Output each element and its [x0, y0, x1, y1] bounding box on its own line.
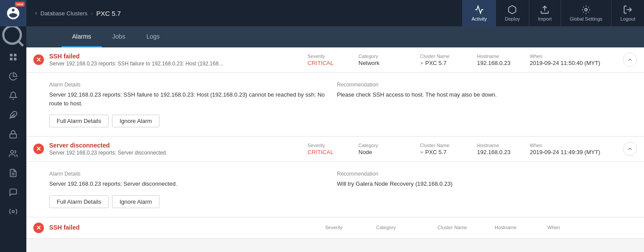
full-alarm-details-btn-2[interactable]: Full Alarm Details — [49, 195, 109, 208]
alarm-actions-2: Full Alarm Details Ignore Alarm — [49, 195, 618, 208]
alarm-meta-cluster-3: Cluster Name — [431, 225, 488, 231]
alarm-title-1: SSH failed — [49, 53, 308, 60]
topbar-action-import[interactable]: Import — [529, 0, 561, 26]
sidebar-item-chat[interactable] — [0, 183, 26, 202]
svg-rect-2 — [10, 54, 13, 57]
alarm-meta-when-2: When 2019-09-24 11:49:39 (MYT) — [523, 143, 619, 155]
alarm-meta-3: Severity Category Cluster Name Hostname … — [325, 225, 637, 231]
ignore-alarm-btn-2[interactable]: Ignore Alarm — [112, 195, 159, 208]
alarm-details-grid-2: Alarm Details Server 192.168.0.23 report… — [49, 171, 618, 188]
alarm-meta-severity-3: Severity — [325, 225, 369, 231]
alarm-meta-when-3: When — [540, 225, 637, 231]
alarm-recommendation-section-2: Recommendation Will try Galera Node Reco… — [337, 171, 618, 188]
cluster-label-3: Cluster Name — [438, 225, 484, 230]
sidebar-item-charts[interactable] — [0, 67, 26, 86]
alarm-desc-2: Server 192.168.0.23 reports: Server disc… — [49, 150, 225, 156]
alarm-title-area-3: SSH failed — [49, 224, 325, 232]
alarm-title-3: SSH failed — [49, 224, 325, 231]
category-value-2: Node — [358, 149, 409, 155]
topbar-logout-label: Logout — [620, 16, 635, 22]
sidebar-item-more[interactable] — [0, 202, 26, 221]
breadcrumb-back-label: Database Clusters — [40, 10, 87, 17]
severity-label-3: Severity — [325, 225, 365, 230]
recommendation-title-2: Recommendation — [337, 171, 618, 177]
sidebar-item-users[interactable] — [0, 144, 26, 163]
alarm-meta-severity-2: Severity CRITICAL — [308, 143, 351, 155]
hostname-label-3: Hostname — [495, 225, 537, 230]
alarm-detail-section-1: Alarm Details Server 192.168.0.23 report… — [49, 82, 330, 108]
alarm-detail-section-2: Alarm Details Server 192.168.0.23 report… — [49, 171, 330, 188]
hostname-value-2: 192.168.0.23 — [477, 149, 519, 155]
alarm-group-1: ✕ SSH failed Server 192.168.0.23 reports… — [26, 47, 644, 137]
alarm-group-3: ✕ SSH failed Severity Category Cluster N… — [26, 217, 644, 239]
when-label-3: When — [547, 225, 630, 230]
svg-rect-5 — [14, 58, 17, 61]
svg-point-14 — [585, 8, 587, 11]
severity-value-1: CRITICAL — [308, 60, 348, 66]
new-badge: new — [15, 2, 25, 7]
alarm-meta-1: Severity CRITICAL Category Network Clust… — [308, 54, 619, 66]
hostname-label-1: Hostname — [477, 54, 519, 59]
alarm-meta-cluster-2: Cluster Name PXC 5.7 — [413, 143, 470, 155]
alarm-dismiss-3[interactable]: ✕ — [33, 223, 44, 233]
alarm-meta-category-3: Category — [369, 225, 431, 231]
svg-point-0 — [4, 26, 21, 44]
recommendation-body-2: Will try Galera Node Recovery (192.168.0… — [337, 180, 618, 188]
svg-line-1 — [18, 41, 23, 46]
hostname-value-1: 192.168.0.23 — [477, 60, 519, 66]
topbar-action-activity[interactable]: Activity — [462, 0, 496, 26]
breadcrumb-separator: › — [91, 10, 93, 17]
alarm-title-area-2: Server disconnected Server 192.168.0.23 … — [49, 142, 308, 156]
alarm-details-1: Alarm Details Server 192.168.0.23 report… — [26, 72, 644, 136]
tab-jobs[interactable]: Jobs — [102, 26, 136, 47]
alarm-list: ✕ SSH failed Server 192.168.0.23 reports… — [26, 47, 644, 252]
alarm-actions-1: Full Alarm Details Ignore Alarm — [49, 115, 618, 127]
alarm-dismiss-2[interactable]: ✕ — [33, 144, 44, 154]
alarm-header-2: ✕ Server disconnected Server 192.168.0.2… — [26, 137, 644, 162]
alarm-toggle-1[interactable] — [623, 53, 637, 67]
detail-body-1: Server 192.168.0.23 reports: SSH failure… — [49, 90, 330, 108]
alarm-details-grid-1: Alarm Details Server 192.168.0.23 report… — [49, 82, 618, 108]
alarm-dismiss-1[interactable]: ✕ — [33, 54, 44, 65]
alarm-details-2: Alarm Details Server 192.168.0.23 report… — [26, 162, 644, 217]
svg-rect-3 — [14, 54, 17, 57]
cluster-label-2: Cluster Name — [420, 143, 467, 148]
sidebar-item-dashboard[interactable] — [0, 47, 26, 67]
breadcrumb-back[interactable]: Database Clusters — [33, 10, 87, 17]
topbar-global-settings-label: Global Settings — [570, 16, 603, 22]
sidebar-item-security[interactable] — [0, 125, 26, 144]
tab-logs[interactable]: Logs — [136, 26, 170, 47]
full-alarm-details-btn-1[interactable]: Full Alarm Details — [49, 115, 109, 127]
when-label-2: When — [530, 143, 612, 148]
alarm-title-2: Server disconnected — [49, 142, 308, 149]
topbar-activity-label: Activity — [471, 16, 487, 22]
sidebar-item-notifications[interactable] — [0, 86, 26, 105]
category-value-1: Network — [358, 60, 409, 66]
cluster-value-1: PXC 5.7 — [420, 60, 467, 66]
ignore-alarm-btn-1[interactable]: Ignore Alarm — [112, 115, 159, 127]
breadcrumb-current: PXC 5.7 — [96, 10, 121, 17]
sidebar-item-reports[interactable] — [0, 163, 26, 183]
topbar-action-deploy[interactable]: Deploy — [496, 0, 528, 26]
sidebar-nav — [0, 47, 26, 221]
app-logo[interactable]: new — [0, 0, 26, 26]
topbar-actions: Activity Deploy Import Global Settings L… — [462, 0, 644, 26]
topbar-action-global-settings[interactable]: Global Settings — [561, 0, 611, 26]
alarm-toggle-2[interactable] — [623, 142, 637, 156]
alarm-recommendation-section-1: Recommendation Please check SSH access t… — [337, 82, 618, 108]
sidebar-item-plugins[interactable] — [0, 105, 26, 125]
detail-body-2: Server 192.168.0.23 reports: Server disc… — [49, 180, 330, 188]
when-value-2: 2019-09-24 11:49:39 (MYT) — [530, 149, 612, 155]
alarm-group-2: ✕ Server disconnected Server 192.168.0.2… — [26, 137, 644, 217]
category-label-1: Category — [358, 54, 409, 59]
search-item[interactable] — [0, 26, 26, 46]
when-value-1: 2019-09-24 11:50:40 (MYT) — [530, 60, 612, 66]
recommendation-title-1: Recommendation — [337, 82, 618, 88]
severity-label-1: Severity — [308, 54, 348, 59]
tab-alarms[interactable]: Alarms — [62, 26, 102, 47]
alarm-meta-hostname-2: Hostname 192.168.0.23 — [470, 143, 523, 155]
topbar-action-logout[interactable]: Logout — [611, 0, 644, 26]
main-content: Alarms Jobs Logs ✕ SSH failed Server 192… — [26, 26, 644, 252]
tab-bar: Alarms Jobs Logs — [26, 26, 644, 47]
category-label-2: Category — [358, 143, 409, 148]
